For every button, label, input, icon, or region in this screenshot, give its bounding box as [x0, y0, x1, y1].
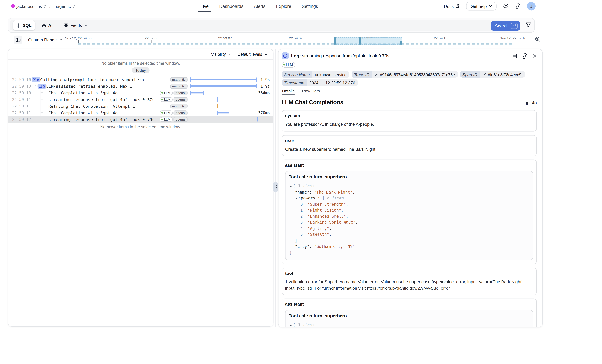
log-timestamp: 22:59:12	[12, 117, 31, 121]
tool-call-title: Tool call: return_superhero	[289, 175, 530, 179]
timeline-selection[interactable]	[334, 37, 402, 44]
search-button[interactable]: Search	[491, 21, 520, 31]
log-duration: 1.9s	[260, 84, 270, 88]
robot-icon	[41, 23, 46, 28]
org-selector[interactable]: jackmpcollins	[16, 4, 47, 9]
timeline-histogram-bar	[400, 41, 402, 44]
search-bar: SQL AI Fields Search	[8, 18, 535, 33]
tab-dashboards[interactable]: Dashboards	[219, 0, 243, 12]
get-help-button[interactable]: Get help	[466, 2, 496, 10]
nav-tabs: LiveDashboardsAlertsExploreSettings	[200, 0, 318, 12]
share-link-button[interactable]	[515, 4, 520, 9]
link-icon	[515, 4, 520, 9]
trace-id-chip[interactable]: Trace ID#9146a6974e4e6140538043607a71c75…	[352, 71, 458, 78]
log-row[interactable]: 22:59:12streaming response from 'gpt-4o'…	[8, 116, 273, 123]
close-icon	[532, 54, 537, 58]
json-line: "powers": [ 6 items	[289, 195, 530, 201]
json-line: 0: "Super Strength",	[289, 201, 530, 207]
project-name: magentic	[53, 4, 71, 9]
tab-explore[interactable]: Explore	[276, 0, 291, 12]
log-badges: LLMopenai	[160, 90, 188, 95]
collapse-chevron-icon[interactable]	[290, 185, 293, 188]
copy-link-button[interactable]	[522, 53, 527, 58]
user-avatar[interactable]: J	[527, 2, 536, 10]
sidebar-toggle-button[interactable]	[14, 36, 22, 44]
tab-settings[interactable]: Settings	[302, 0, 318, 12]
chip-label: Trace ID	[352, 71, 372, 78]
timeline-zoom-button[interactable]	[535, 36, 541, 42]
log-duration: 1.9s	[260, 77, 270, 82]
timeline-tick-mark	[513, 40, 513, 43]
collapse-chevron-icon[interactable]	[295, 197, 299, 200]
filter-button[interactable]	[526, 22, 531, 28]
message-role: assistant	[285, 302, 533, 307]
log-row[interactable]: 22:59:11streaming response from 'gpt-4o'…	[8, 96, 273, 103]
breadcrumb: jackmpcollins / magentic	[11, 0, 75, 12]
collapse-count-badge[interactable]: 5	[38, 83, 46, 89]
log-list-header: Visibility Default levels	[8, 49, 273, 60]
time-range-selector[interactable]: Custom Range	[28, 36, 63, 44]
service-name-chip[interactable]: Service Nameunknown_service	[281, 71, 349, 78]
fields-button[interactable]: Fields	[60, 20, 91, 30]
log-detail-panel: Log: streaming response from 'gpt-4o' to…	[278, 49, 543, 327]
messages-list: systemYou are professor A, in charge of …	[281, 110, 537, 327]
llm-dot-icon	[161, 112, 163, 114]
splitter-handle[interactable]	[273, 182, 278, 192]
link-icon	[522, 53, 527, 58]
timestamp-chip[interactable]: Timestamp2024-11-12 22:59:12.876	[281, 79, 358, 86]
log-message: Chat Completion with 'gpt-4o'	[48, 110, 120, 115]
close-button[interactable]	[532, 54, 537, 58]
tab-live[interactable]: Live	[200, 0, 209, 12]
llm-badge: LLM	[160, 117, 173, 122]
json-line: 5: "Stealth",	[289, 232, 530, 238]
visibility-dropdown[interactable]: Visibility	[211, 52, 231, 57]
llm-dot-icon	[161, 92, 163, 94]
section-title: LLM Chat Completions	[281, 99, 343, 105]
span-instant-tick	[217, 104, 218, 108]
grip-dots-icon	[274, 186, 277, 189]
json-line: 1: "Night Vision",	[289, 207, 530, 213]
sql-mode-button[interactable]: SQL	[13, 20, 35, 30]
link-icon	[482, 73, 486, 76]
detail-tab-raw-data[interactable]: Raw Data	[302, 87, 321, 95]
span-id-chip[interactable]: Span ID#fd81e8f78c4ecc9f	[460, 71, 525, 78]
log-badges: LLMopenai	[160, 117, 188, 122]
timestamp-chip-row: Timestamp2024-11-12 22:59:12.876	[281, 79, 358, 86]
panel-icon	[15, 37, 21, 42]
log-row[interactable]: 22:59:10Chat Completion with 'gpt-4o'LLM…	[8, 89, 273, 96]
log-row[interactable]: 22:59:106Calling chatprompt-function mak…	[8, 76, 273, 83]
attribute-badge: openai	[174, 110, 188, 115]
log-row[interactable]: 22:59:11Retrying Chat Completion. Attemp…	[8, 103, 273, 109]
search-button-label: Search	[495, 23, 509, 28]
top-bar: jackmpcollins / magentic LiveDashboardsA…	[0, 0, 602, 12]
chevron-down-icon	[489, 4, 492, 8]
collapse-count-badge[interactable]: 6	[32, 77, 40, 82]
ai-mode-button[interactable]: AI	[38, 20, 56, 30]
layout-view-button[interactable]	[512, 53, 517, 58]
default-levels-dropdown[interactable]: Default levels	[237, 52, 268, 57]
today-pill[interactable]: Today	[132, 67, 149, 73]
collapse-chevron-icon[interactable]	[290, 324, 293, 327]
log-timestamp: 22:59:10	[12, 91, 31, 95]
chip-label: Span ID	[460, 71, 480, 78]
docs-link[interactable]: Docs	[444, 4, 460, 9]
detail-tab-details[interactable]: Details	[281, 87, 295, 95]
log-duration: 370ms	[258, 110, 270, 115]
chevron-down-icon	[59, 38, 63, 42]
log-detail-title: Log: streaming response from 'gpt-4o' to…	[291, 53, 389, 58]
json-line: "name": "The Bark Night",	[289, 189, 530, 195]
fields-label: Fields	[71, 23, 82, 28]
timeline-axis[interactable]: Nov 12, 22:59:0322:59:0522:59:0722:59:09…	[66, 34, 531, 46]
field-chips-row: Service Nameunknown_serviceTrace ID#9146…	[281, 71, 525, 78]
timeline-tick-mark	[225, 40, 225, 43]
log-title-text: streaming response from 'gpt-4o' took 0.…	[302, 53, 389, 58]
theme-toggle-button[interactable]	[503, 3, 509, 9]
tab-alerts[interactable]: Alerts	[254, 0, 265, 12]
log-row[interactable]: 22:59:105LLM-assisted retries enabled. M…	[8, 83, 273, 89]
search-input[interactable]	[92, 20, 501, 31]
project-selector[interactable]: magentic	[53, 4, 75, 9]
log-row[interactable]: 22:59:11Chat Completion with 'gpt-4o'LLM…	[8, 109, 273, 116]
external-link-icon	[455, 4, 460, 8]
breadcrumb-separator: /	[49, 4, 51, 9]
attribute-badge: openai	[174, 97, 188, 102]
